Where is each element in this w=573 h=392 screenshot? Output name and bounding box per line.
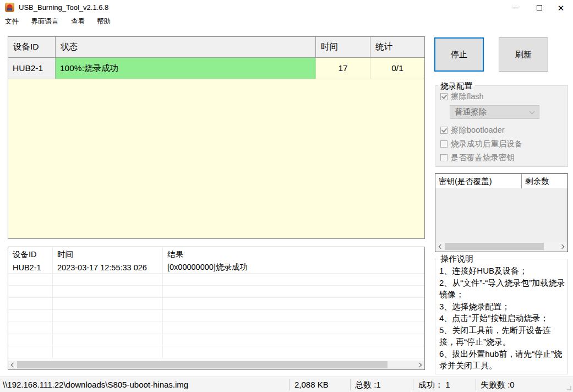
reboot-after-success-checkbox[interactable]: [440, 140, 448, 148]
status-divider: [350, 379, 351, 390]
close-icon: ✕: [558, 4, 565, 12]
device-time-cell: 17: [316, 58, 370, 79]
erase-flash-option[interactable]: 擦除flash: [440, 92, 484, 101]
device-row[interactable]: HUB2-1 100%:烧录成功 17 0/1: [8, 58, 424, 79]
menu-view[interactable]: 查看: [66, 15, 90, 28]
window-title: USB_Burning_Tool_v2.1.6.8: [19, 3, 108, 12]
menu-ui-language[interactable]: 界面语言: [26, 15, 63, 28]
key-table-header: 密钥(是否覆盖) 剩余数: [435, 174, 567, 188]
menu-file[interactable]: 文件: [0, 15, 24, 28]
total-count: 总数 :1: [355, 377, 381, 392]
instruction-line: 1、连接好HUB及设备；: [439, 265, 566, 277]
erase-bootloader-option[interactable]: 擦除bootloader: [440, 126, 505, 135]
overwrite-burn-key-checkbox[interactable]: [440, 154, 448, 161]
device-status-cell: 100%:烧录成功: [56, 58, 316, 79]
log-time-cell: 2023-03-17 12:55:33 026: [53, 262, 163, 273]
log-table-hscrollbar[interactable]: [8, 361, 424, 369]
header-stats: 统计: [370, 37, 424, 57]
instructions-title: 操作说明: [438, 254, 476, 264]
log-row[interactable]: HUB2-1 2023-03-17 12:55:33 026 [0x000000…: [8, 262, 424, 274]
key-table-hscrollbar[interactable]: [436, 242, 567, 251]
title-bar: USB_Burning_Tool_v2.1.6.8 ✕: [0, 0, 573, 15]
instructions-text: 1、连接好HUB及设备； 2、从“文件”-“导入烧录包”加载烧录镜像； 3、选择…: [439, 265, 566, 372]
close-button[interactable]: ✕: [549, 0, 573, 15]
refresh-button[interactable]: 刷新: [499, 37, 548, 72]
log-empty-row: [8, 346, 424, 358]
instruction-line: 4、点击“开始”按钮启动烧录；: [439, 312, 566, 324]
app-window: USB_Burning_Tool_v2.1.6.8 ✕ 文件 界面语言 查看 帮…: [0, 0, 573, 392]
header-status: 状态: [56, 37, 316, 57]
instruction-line: 2、从“文件”-“导入烧录包”加载烧录镜像；: [439, 277, 566, 301]
resize-grip[interactable]: [567, 386, 571, 390]
log-header-device-id: 设备ID: [8, 247, 53, 262]
key-scroll-track: [445, 242, 558, 251]
menu-help[interactable]: 帮助: [92, 15, 116, 28]
log-device-id-cell: HUB2-1: [8, 262, 53, 273]
device-stats-cell: 0/1: [370, 58, 424, 79]
log-empty-row: [8, 334, 424, 346]
success-count: 成功： 1: [418, 377, 450, 392]
log-empty-row: [8, 274, 424, 286]
chevron-left-icon[interactable]: [8, 361, 17, 369]
status-bar: \\192.168.111.22\downloads\S805-uboot-hi…: [0, 377, 573, 392]
log-table: 设备ID 时间 结果 HUB2-1 2023-03-17 12:55:33 02…: [8, 247, 425, 370]
status-divider: [413, 379, 413, 390]
image-path: \\192.168.111.22\downloads\S805-uboot-hi…: [3, 377, 188, 392]
erase-mode-select[interactable]: 普通擦除: [450, 105, 539, 119]
log-empty-row: [8, 322, 424, 334]
log-empty-row: [8, 310, 424, 322]
app-logo-icon: [5, 3, 14, 12]
instruction-line: 6、拔出外置hub前，请先“停止”烧录并关闭工具。: [439, 348, 566, 372]
key-table: 密钥(是否覆盖) 剩余数: [435, 173, 568, 252]
status-divider: [476, 379, 476, 390]
burn-config-title: 烧录配置: [438, 81, 474, 91]
log-table-header: 设备ID 时间 结果: [8, 247, 424, 262]
key-scroll-thumb[interactable]: [445, 243, 544, 250]
minimize-button[interactable]: [503, 0, 527, 15]
instruction-line: 5、关闭工具前，先断开设备连接，再“停止”烧录。: [439, 324, 566, 348]
log-header-time: 时间: [53, 247, 163, 262]
erase-flash-checkbox[interactable]: [440, 93, 448, 100]
maximize-icon: [537, 5, 542, 10]
chevron-down-icon: [530, 109, 535, 115]
header-device-id: 设备ID: [8, 37, 56, 57]
log-empty-row: [8, 286, 424, 298]
device-status-table: 设备ID 状态 时间 统计 HUB2-1 100%:烧录成功 17 0/1: [8, 36, 425, 239]
failed-count: 失败数 :0: [481, 377, 515, 392]
log-header-result: 结果: [163, 247, 424, 262]
log-result-cell: [0x00000000]烧录成功: [163, 262, 424, 273]
status-divider: [289, 379, 290, 390]
log-empty-row: [8, 298, 424, 310]
erase-mode-value: 普通擦除: [455, 107, 487, 117]
erase-flash-label: 擦除flash: [451, 91, 484, 102]
log-scroll-track: [17, 361, 416, 369]
device-id-cell: HUB2-1: [8, 58, 56, 79]
menu-bar: 文件 界面语言 查看 帮助: [0, 15, 573, 27]
erase-bootloader-label: 擦除bootloader: [451, 125, 505, 135]
chevron-left-icon[interactable]: [436, 242, 445, 251]
reboot-after-success-label: 烧录成功后重启设备: [451, 139, 523, 149]
stop-button[interactable]: 停止: [434, 37, 484, 72]
image-size: 2,088 KB: [294, 377, 329, 392]
reboot-after-success-option[interactable]: 烧录成功后重启设备: [440, 139, 523, 149]
device-table-header: 设备ID 状态 时间 统计: [8, 37, 424, 58]
header-time: 时间: [316, 37, 370, 57]
maximize-button[interactable]: [527, 0, 552, 15]
chevron-right-icon[interactable]: [558, 242, 567, 251]
key-header-remaining: 剩余数: [522, 174, 567, 188]
overwrite-burn-key-label: 是否覆盖烧录密钥: [451, 153, 515, 163]
overwrite-burn-key-option[interactable]: 是否覆盖烧录密钥: [440, 153, 515, 162]
minimize-icon: [512, 8, 519, 8]
log-scroll-thumb[interactable]: [17, 361, 388, 368]
erase-bootloader-checkbox[interactable]: [440, 127, 448, 134]
instruction-line: 3、选择烧录配置；: [439, 301, 566, 313]
key-header-key: 密钥(是否覆盖): [435, 174, 522, 188]
device-table-empty-area: [8, 79, 424, 238]
chevron-right-icon[interactable]: [416, 361, 424, 369]
